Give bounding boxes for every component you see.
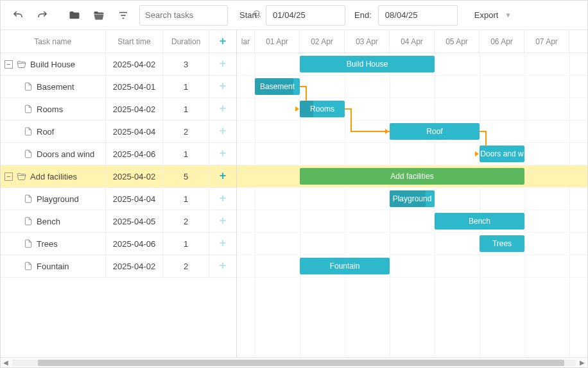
bar-label: Rooms: [306, 105, 338, 113]
cell-duration: 1: [163, 143, 209, 165]
gantt-bar[interactable]: Trees: [480, 235, 524, 252]
cell-duration: 3: [163, 53, 209, 76]
cell-duration: 1: [163, 188, 209, 210]
cell-duration: 5: [163, 165, 209, 188]
cell-start-time: 2025-04-02: [106, 98, 164, 121]
add-subtask-button[interactable]: +: [220, 147, 227, 160]
bar-label: Bench: [465, 217, 494, 226]
horizontal-scrollbar: ◀ ▶: [1, 357, 587, 367]
add-task-header-button[interactable]: +: [220, 35, 227, 47]
table-row[interactable]: Playground2025-04-041+: [1, 188, 236, 210]
task-name-text: Add facilities: [30, 172, 77, 181]
cell-start-time: 2025-04-02: [106, 165, 164, 188]
task-name-text: Trees: [37, 239, 58, 249]
add-subtask-button[interactable]: +: [220, 192, 227, 205]
cell-duration: 1: [163, 233, 209, 255]
table-row[interactable]: Roof2025-04-042+: [1, 121, 236, 143]
search-input[interactable]: [145, 10, 253, 20]
cell-task-name: Trees: [1, 233, 106, 255]
col-header-duration[interactable]: Duration: [163, 30, 209, 53]
task-name-text: Fountain: [37, 262, 69, 271]
add-subtask-button[interactable]: +: [220, 259, 227, 272]
add-subtask-button[interactable]: +: [220, 169, 227, 182]
add-subtask-button[interactable]: +: [220, 124, 227, 137]
gantt-bar[interactable]: Rooms: [300, 101, 345, 117]
timescale-cell: 07 Apr: [524, 30, 569, 53]
file-icon: [24, 105, 33, 113]
add-subtask-button[interactable]: +: [220, 79, 227, 92]
table-row[interactable]: Rooms2025-04-021+: [1, 98, 236, 121]
cell-task-name: −Add facilities: [1, 165, 106, 187]
toolbar: Start: 01/04/25 End: 08/04/25 Export ▼: [1, 1, 587, 30]
cell-add: +: [209, 142, 236, 165]
chevron-down-icon: ▼: [505, 12, 511, 19]
file-icon: [24, 262, 33, 271]
grid-body: −Build House2025-04-023+Basement2025-04-…: [1, 53, 236, 357]
table-row[interactable]: Bench2025-04-052+: [1, 210, 236, 233]
undo-button[interactable]: [7, 5, 29, 26]
cell-duration: 1: [163, 98, 209, 121]
folder-icon: [17, 172, 26, 181]
filter-button[interactable]: [112, 5, 134, 26]
cell-task-name: −Build House: [1, 53, 106, 75]
file-icon: [24, 239, 33, 248]
add-subtask-button[interactable]: +: [220, 57, 227, 70]
gantt-bar[interactable]: Bench: [435, 213, 524, 230]
gantt-bar[interactable]: Basement: [255, 78, 300, 95]
bar-label: Fountain: [326, 262, 364, 271]
scroll-track[interactable]: [12, 360, 576, 366]
bar-label: Playground: [390, 194, 435, 203]
timescale-cell: 04 Apr: [390, 30, 435, 53]
gantt-bar[interactable]: Fountain: [300, 258, 390, 274]
file-icon: [24, 82, 33, 91]
start-date-field[interactable]: 01/04/25: [266, 5, 345, 26]
folder-open-button[interactable]: [88, 5, 110, 26]
gantt-bar[interactable]: Playground: [390, 190, 435, 207]
cell-task-name: Bench: [1, 210, 106, 232]
folder-closed-button[interactable]: [64, 5, 85, 26]
chart-body[interactable]: Build HouseBasementRoomsRoofDoors and wA…: [237, 53, 587, 357]
add-subtask-button[interactable]: +: [220, 214, 227, 227]
grid-header: Task name Start time Duration +: [1, 30, 236, 53]
cell-start-time: 2025-04-05: [106, 210, 164, 233]
redo-button[interactable]: [31, 5, 53, 26]
col-header-name[interactable]: Task name: [1, 30, 106, 53]
gantt-bar[interactable]: Roof: [390, 123, 480, 140]
task-name-text: Doors and wind: [37, 149, 94, 159]
expand-toggle[interactable]: −: [4, 60, 13, 69]
file-icon: [24, 149, 33, 158]
bar-label: Build House: [343, 60, 392, 69]
table-row[interactable]: Fountain2025-04-022+: [1, 255, 236, 278]
timescale-cell: 01 Apr: [255, 30, 300, 53]
table-row[interactable]: Basement2025-04-011+: [1, 76, 236, 98]
scroll-right-button[interactable]: ▶: [577, 359, 587, 366]
cell-start-time: 2025-04-06: [106, 233, 164, 255]
end-date-field[interactable]: 08/04/25: [378, 5, 458, 26]
timescale-cell: 03 Apr: [345, 30, 390, 53]
expand-toggle[interactable]: −: [4, 172, 13, 181]
file-icon: [24, 194, 33, 203]
export-button[interactable]: Export ▼: [467, 5, 519, 26]
gantt-chart: lar01 Apr02 Apr03 Apr04 Apr05 Apr06 Apr0…: [237, 30, 587, 357]
gantt-bar[interactable]: Add facilities: [300, 168, 524, 185]
table-row[interactable]: Trees2025-04-061+: [1, 233, 236, 255]
scroll-left-button[interactable]: ◀: [1, 359, 11, 366]
gantt-bar[interactable]: Doors and w: [480, 146, 524, 162]
table-row[interactable]: −Build House2025-04-023+: [1, 53, 236, 76]
cell-start-time: 2025-04-02: [106, 255, 164, 278]
cell-add: +: [209, 165, 236, 188]
cell-start-time: 2025-04-06: [106, 143, 164, 165]
cell-start-time: 2025-04-04: [106, 188, 164, 210]
add-subtask-button[interactable]: +: [220, 102, 227, 115]
bar-label: Roof: [422, 127, 446, 136]
cell-task-name: Roof: [1, 121, 106, 142]
table-row[interactable]: Doors and wind2025-04-061+: [1, 143, 236, 165]
add-subtask-button[interactable]: +: [220, 237, 227, 249]
cell-task-name: Fountain: [1, 255, 106, 277]
gantt-bar[interactable]: Build House: [300, 56, 435, 72]
col-header-add: +: [209, 30, 236, 54]
end-label: End:: [354, 10, 372, 20]
table-row[interactable]: −Add facilities2025-04-025+: [1, 165, 236, 188]
scroll-thumb[interactable]: [38, 360, 564, 366]
col-header-start[interactable]: Start time: [106, 30, 164, 53]
